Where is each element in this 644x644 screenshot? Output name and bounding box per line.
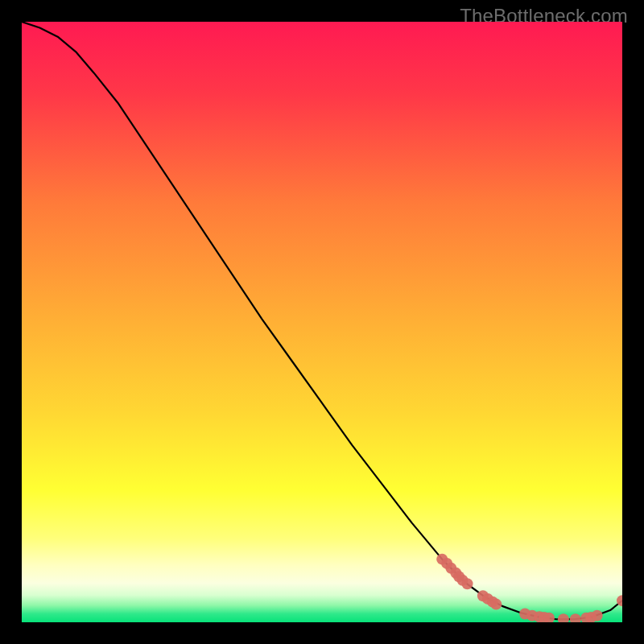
data-point xyxy=(462,578,473,589)
chart-container: TheBottleneck.com xyxy=(0,0,644,644)
plot-area xyxy=(22,22,622,622)
chart-svg xyxy=(22,22,622,622)
data-point xyxy=(592,610,603,621)
svg-rect-0 xyxy=(22,22,622,622)
data-point xyxy=(490,599,502,610)
